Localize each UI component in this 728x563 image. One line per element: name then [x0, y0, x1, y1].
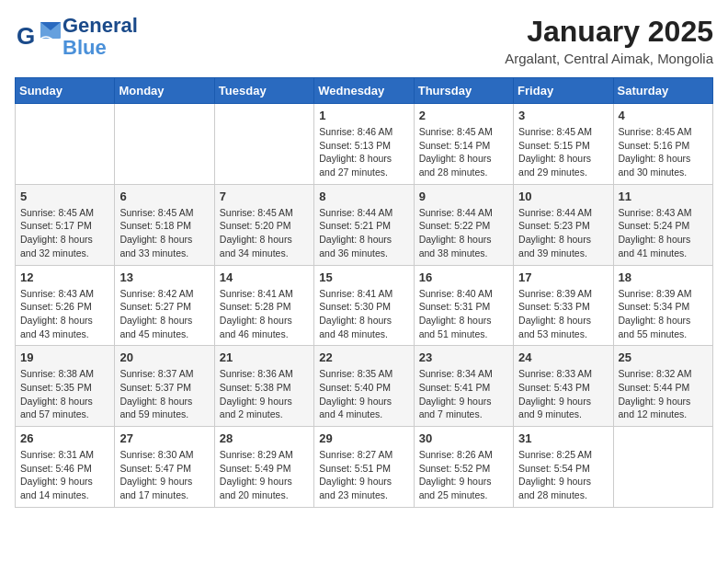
day-number: 17: [518, 270, 608, 284]
calendar-cell: 18Sunrise: 8:39 AM Sunset: 5:34 PM Dayli…: [613, 265, 712, 346]
day-header-tuesday: Tuesday: [214, 78, 313, 104]
day-number: 20: [119, 350, 209, 364]
calendar-cell: 2Sunrise: 8:45 AM Sunset: 5:14 PM Daylig…: [414, 104, 513, 185]
calendar-cell: 11Sunrise: 8:43 AM Sunset: 5:24 PM Dayli…: [613, 184, 712, 265]
day-number: 28: [220, 431, 309, 445]
month-title: January 2025: [505, 15, 713, 49]
day-header-monday: Monday: [115, 78, 214, 104]
day-info: Sunrise: 8:36 AM Sunset: 5:38 PM Dayligh…: [220, 367, 309, 421]
calendar-cell: 28Sunrise: 8:29 AM Sunset: 5:49 PM Dayli…: [214, 427, 313, 508]
day-number: 18: [619, 270, 708, 284]
day-info: Sunrise: 8:39 AM Sunset: 5:33 PM Dayligh…: [518, 287, 608, 341]
day-info: Sunrise: 8:46 AM Sunset: 5:13 PM Dayligh…: [319, 125, 408, 179]
calendar-cell: [214, 104, 313, 185]
day-info: Sunrise: 8:45 AM Sunset: 5:15 PM Dayligh…: [518, 125, 608, 179]
calendar-cell: [115, 104, 214, 185]
day-number: 24: [518, 350, 608, 364]
logo-text: General Blue: [63, 15, 138, 59]
calendar-cell: 30Sunrise: 8:26 AM Sunset: 5:52 PM Dayli…: [414, 427, 513, 508]
day-number: 6: [119, 190, 209, 203]
title-block: January 2025 Argalant, Central Aimak, Mo…: [505, 15, 713, 66]
day-number: 22: [319, 350, 408, 364]
calendar-cell: 12Sunrise: 8:43 AM Sunset: 5:26 PM Dayli…: [16, 265, 115, 346]
day-info: Sunrise: 8:42 AM Sunset: 5:27 PM Dayligh…: [119, 287, 209, 341]
logo: G General Blue: [15, 15, 138, 59]
day-number: 7: [220, 190, 309, 203]
day-info: Sunrise: 8:37 AM Sunset: 5:37 PM Dayligh…: [119, 367, 209, 421]
day-number: 11: [619, 190, 708, 203]
day-info: Sunrise: 8:26 AM Sunset: 5:52 PM Dayligh…: [419, 448, 508, 502]
day-number: 21: [220, 350, 309, 364]
calendar-cell: 9Sunrise: 8:44 AM Sunset: 5:22 PM Daylig…: [414, 184, 513, 265]
day-info: Sunrise: 8:45 AM Sunset: 5:18 PM Dayligh…: [119, 206, 209, 260]
day-info: Sunrise: 8:35 AM Sunset: 5:40 PM Dayligh…: [319, 367, 408, 421]
day-info: Sunrise: 8:44 AM Sunset: 5:22 PM Dayligh…: [419, 206, 508, 260]
day-number: 29: [319, 431, 408, 445]
calendar-cell: 4Sunrise: 8:45 AM Sunset: 5:16 PM Daylig…: [613, 104, 712, 185]
day-number: 16: [419, 270, 508, 284]
calendar-cell: 31Sunrise: 8:25 AM Sunset: 5:54 PM Dayli…: [514, 427, 613, 508]
day-number: 26: [20, 431, 109, 445]
day-number: 14: [220, 270, 309, 284]
calendar-cell: 7Sunrise: 8:45 AM Sunset: 5:20 PM Daylig…: [214, 184, 313, 265]
day-header-wednesday: Wednesday: [314, 78, 414, 104]
day-number: 8: [319, 190, 408, 203]
calendar-cell: 3Sunrise: 8:45 AM Sunset: 5:15 PM Daylig…: [514, 104, 613, 185]
day-number: 19: [20, 350, 109, 364]
calendar-cell: 23Sunrise: 8:34 AM Sunset: 5:41 PM Dayli…: [414, 346, 513, 427]
day-info: Sunrise: 8:41 AM Sunset: 5:30 PM Dayligh…: [319, 287, 408, 341]
calendar-cell: [613, 427, 712, 508]
day-info: Sunrise: 8:45 AM Sunset: 5:16 PM Dayligh…: [619, 125, 708, 179]
calendar-cell: 16Sunrise: 8:40 AM Sunset: 5:31 PM Dayli…: [414, 265, 513, 346]
day-number: 3: [518, 109, 608, 122]
day-info: Sunrise: 8:45 AM Sunset: 5:17 PM Dayligh…: [20, 206, 109, 260]
svg-text:G: G: [17, 22, 35, 50]
day-info: Sunrise: 8:29 AM Sunset: 5:49 PM Dayligh…: [220, 448, 309, 502]
day-info: Sunrise: 8:43 AM Sunset: 5:26 PM Dayligh…: [20, 287, 109, 341]
calendar-header-row: SundayMondayTuesdayWednesdayThursdayFrid…: [16, 78, 713, 104]
day-info: Sunrise: 8:39 AM Sunset: 5:34 PM Dayligh…: [619, 287, 708, 341]
day-number: 1: [319, 109, 408, 122]
calendar-cell: 25Sunrise: 8:32 AM Sunset: 5:44 PM Dayli…: [613, 346, 712, 427]
day-number: 15: [319, 270, 408, 284]
day-number: 27: [119, 431, 209, 445]
day-info: Sunrise: 8:44 AM Sunset: 5:21 PM Dayligh…: [319, 206, 408, 260]
calendar-week-row: 26Sunrise: 8:31 AM Sunset: 5:46 PM Dayli…: [16, 427, 713, 508]
calendar-cell: 5Sunrise: 8:45 AM Sunset: 5:17 PM Daylig…: [16, 184, 115, 265]
calendar-cell: 6Sunrise: 8:45 AM Sunset: 5:18 PM Daylig…: [115, 184, 214, 265]
day-info: Sunrise: 8:41 AM Sunset: 5:28 PM Dayligh…: [220, 287, 309, 341]
calendar-cell: 17Sunrise: 8:39 AM Sunset: 5:33 PM Dayli…: [514, 265, 613, 346]
day-info: Sunrise: 8:45 AM Sunset: 5:14 PM Dayligh…: [419, 125, 508, 179]
calendar-cell: [16, 104, 115, 185]
day-header-friday: Friday: [514, 78, 613, 104]
calendar-cell: 14Sunrise: 8:41 AM Sunset: 5:28 PM Dayli…: [214, 265, 313, 346]
day-info: Sunrise: 8:25 AM Sunset: 5:54 PM Dayligh…: [518, 448, 608, 502]
calendar-cell: 22Sunrise: 8:35 AM Sunset: 5:40 PM Dayli…: [314, 346, 414, 427]
calendar-cell: 19Sunrise: 8:38 AM Sunset: 5:35 PM Dayli…: [16, 346, 115, 427]
day-number: 23: [419, 350, 508, 364]
calendar-table: SundayMondayTuesdayWednesdayThursdayFrid…: [15, 77, 713, 508]
day-info: Sunrise: 8:38 AM Sunset: 5:35 PM Dayligh…: [20, 367, 109, 421]
day-number: 13: [119, 270, 209, 284]
day-number: 30: [419, 431, 508, 445]
day-info: Sunrise: 8:31 AM Sunset: 5:46 PM Dayligh…: [20, 448, 109, 502]
calendar-cell: 21Sunrise: 8:36 AM Sunset: 5:38 PM Dayli…: [214, 346, 313, 427]
day-info: Sunrise: 8:43 AM Sunset: 5:24 PM Dayligh…: [619, 206, 708, 260]
calendar-cell: 20Sunrise: 8:37 AM Sunset: 5:37 PM Dayli…: [115, 346, 214, 427]
day-number: 9: [419, 190, 508, 203]
calendar-cell: 29Sunrise: 8:27 AM Sunset: 5:51 PM Dayli…: [314, 427, 414, 508]
calendar-cell: 13Sunrise: 8:42 AM Sunset: 5:27 PM Dayli…: [115, 265, 214, 346]
day-info: Sunrise: 8:32 AM Sunset: 5:44 PM Dayligh…: [619, 367, 708, 421]
day-number: 4: [619, 109, 708, 122]
day-number: 5: [20, 190, 109, 203]
calendar-cell: 1Sunrise: 8:46 AM Sunset: 5:13 PM Daylig…: [314, 104, 414, 185]
calendar-cell: 24Sunrise: 8:33 AM Sunset: 5:43 PM Dayli…: [514, 346, 613, 427]
day-number: 2: [419, 109, 508, 122]
day-header-saturday: Saturday: [613, 78, 712, 104]
calendar-cell: 10Sunrise: 8:44 AM Sunset: 5:23 PM Dayli…: [514, 184, 613, 265]
day-header-thursday: Thursday: [414, 78, 513, 104]
calendar-week-row: 1Sunrise: 8:46 AM Sunset: 5:13 PM Daylig…: [16, 104, 713, 185]
page-header: G General Blue January 2025 Argalant, Ce…: [15, 15, 713, 66]
day-info: Sunrise: 8:30 AM Sunset: 5:47 PM Dayligh…: [119, 448, 209, 502]
location-title: Argalant, Central Aimak, Mongolia: [505, 51, 713, 66]
